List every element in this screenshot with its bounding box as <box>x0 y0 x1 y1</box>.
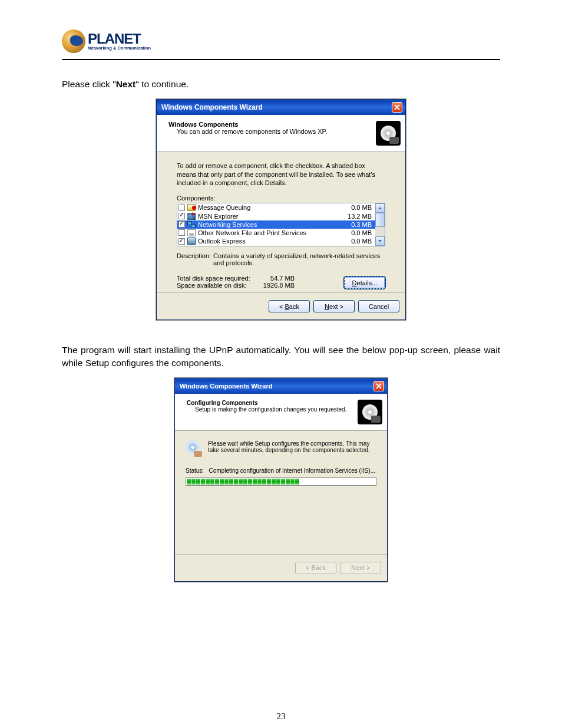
titlebar[interactable]: Windows Components Wizard <box>157 100 405 115</box>
component-label: Message Queuing <box>198 204 349 211</box>
component-row[interactable]: Networking Services0.3 MB <box>177 220 375 229</box>
component-label: Outlook Express <box>198 238 349 245</box>
progress-segment <box>253 479 257 485</box>
next-button[interactable]: Next > <box>313 300 355 312</box>
component-label: Networking Services <box>198 221 349 228</box>
total-space-row: Total disk space required: 54.7 MB <box>177 275 344 282</box>
header-subtitle: You can add or remove components of Wind… <box>168 128 376 135</box>
checkbox[interactable] <box>178 205 185 211</box>
scroll-down-button[interactable] <box>375 236 385 246</box>
back-button[interactable]: < Back <box>269 300 310 312</box>
component-size: 0.0 MB <box>351 229 372 236</box>
msn-icon <box>187 213 196 220</box>
component-row[interactable]: MSN Explorer13.2 MB <box>177 212 375 220</box>
next-button: Next > <box>340 562 381 574</box>
component-size: 0.0 MB <box>351 204 372 211</box>
progress-segment <box>243 479 247 485</box>
progress-segment <box>224 479 229 485</box>
close-button[interactable] <box>392 102 402 113</box>
scroll-up-button[interactable] <box>375 203 385 213</box>
brand-tagline: Networking & Communication <box>88 46 151 51</box>
component-size: 0.3 MB <box>351 221 372 228</box>
dialog-title: Windows Components Wizard <box>161 103 263 111</box>
progress-segment <box>229 479 233 485</box>
env-icon <box>187 204 196 211</box>
globe-icon <box>62 29 85 53</box>
components-label: Components: <box>177 195 385 202</box>
checkbox[interactable] <box>178 238 185 245</box>
cd-box-icon <box>358 400 382 424</box>
brand-name: PLANET <box>88 32 151 46</box>
progress-segment <box>196 479 200 485</box>
progress-segment <box>267 479 271 485</box>
component-size: 0.0 MB <box>351 238 372 245</box>
dialog-button-row: < Back Next > Cancel <box>157 292 405 319</box>
page-number: 23 <box>62 711 500 722</box>
cd-box-icon <box>376 121 401 146</box>
brand-logo: PLANET Networking & Communication <box>62 29 500 53</box>
header-rule <box>62 59 500 60</box>
available-space-row: Space available on disk: 1926.8 MB <box>177 282 344 289</box>
component-row[interactable]: Outlook Express0.0 MB <box>177 237 375 245</box>
titlebar[interactable]: Windows Components Wizard <box>175 378 387 394</box>
progress-segment <box>272 479 276 485</box>
progress-segment <box>257 479 262 485</box>
close-icon <box>376 383 382 389</box>
checkbox[interactable] <box>178 229 185 236</box>
checkbox[interactable] <box>178 221 185 228</box>
scrollbar[interactable] <box>375 203 385 246</box>
status-row: Status: Completing configuration of Inte… <box>186 467 376 474</box>
progress-segment <box>276 479 280 485</box>
progress-segment <box>187 479 191 485</box>
status-text: Completing configuration of Internet Inf… <box>209 467 375 474</box>
dialog-title: Windows Components Wizard <box>180 383 272 390</box>
close-icon <box>394 104 400 110</box>
header-subtitle: Setup is making the configuration change… <box>187 406 358 413</box>
configuring-dialog: Windows Components Wizard Configuring Co… <box>174 378 388 582</box>
description-text: Contains a variety of specialized, netwo… <box>213 252 385 266</box>
components-wizard-dialog: Windows Components Wizard Windows Compon… <box>156 99 406 321</box>
component-label: Other Network File and Print Services <box>198 229 349 236</box>
progress-segment <box>281 479 285 485</box>
header-title: Windows Components <box>168 121 376 128</box>
instruction-text: To add or remove a component, click the … <box>177 162 385 188</box>
component-row[interactable]: Message Queuing0.0 MB <box>177 203 375 212</box>
status-label: Status: <box>186 467 204 474</box>
net-icon <box>187 221 196 228</box>
progress-segment <box>220 479 224 485</box>
progress-bar <box>186 477 376 486</box>
components-listbox[interactable]: Message Queuing0.0 MBMSN Explorer13.2 MB… <box>177 203 385 246</box>
wait-message: Please wait while Setup configures the c… <box>208 440 376 453</box>
dialog-header-panel: Configuring Components Setup is making t… <box>175 394 387 431</box>
progress-segment <box>206 479 210 485</box>
instruction-paragraph-2: The program will start installing the UP… <box>62 344 500 369</box>
dialog-header-panel: Windows Components You can add or remove… <box>157 115 405 152</box>
close-button[interactable] <box>373 381 384 391</box>
dialog-button-row: < Back Next > <box>175 554 387 581</box>
scroll-track[interactable] <box>375 213 385 236</box>
progress-segment <box>215 479 219 485</box>
progress-segment <box>234 479 238 485</box>
progress-segment <box>262 479 266 485</box>
component-row[interactable]: Other Network File and Print Services0.0… <box>177 229 375 237</box>
instruction-paragraph-1: Please click "Next" to continue. <box>62 78 500 91</box>
description-label: Description: <box>177 252 211 266</box>
progress-segment <box>201 479 205 485</box>
cancel-button[interactable]: Cancel <box>358 300 399 312</box>
component-size: 13.2 MB <box>348 213 372 220</box>
header-title: Configuring Components <box>187 400 358 406</box>
progress-segment <box>290 479 295 485</box>
progress-segment <box>239 479 243 485</box>
progress-segment <box>286 479 290 485</box>
progress-segment <box>295 479 299 485</box>
checkbox[interactable] <box>178 213 185 219</box>
progress-segment <box>210 479 214 485</box>
prt-icon <box>187 229 196 236</box>
scroll-thumb[interactable] <box>375 213 385 227</box>
cd-icon <box>186 440 202 457</box>
oe-icon <box>187 238 196 245</box>
progress-segment <box>191 479 196 485</box>
back-button: < Back <box>295 562 336 574</box>
details-button[interactable]: Details... <box>344 276 385 289</box>
progress-segment <box>248 479 252 485</box>
